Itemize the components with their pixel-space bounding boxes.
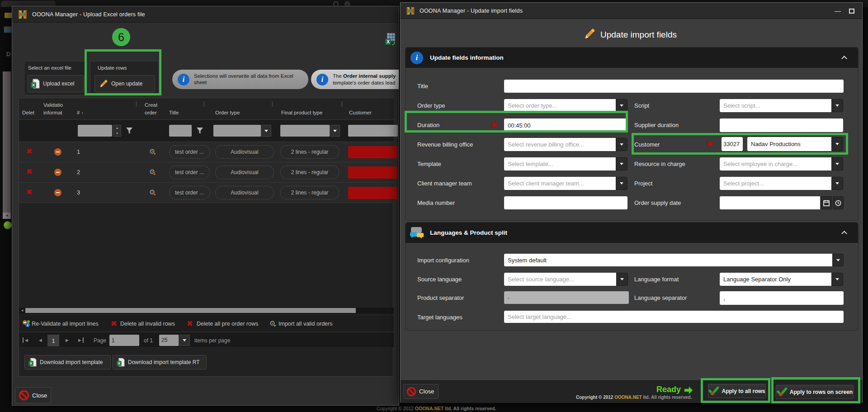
col-order-type[interactable]: Order type (215, 110, 240, 115)
script-select[interactable]: Select script... (720, 99, 831, 112)
source-language-caret[interactable] (616, 273, 628, 286)
next-page-button[interactable]: ► (65, 337, 70, 343)
project-caret[interactable] (831, 177, 843, 190)
collapse-chevron-icon[interactable] (841, 56, 847, 62)
import-configuration-caret[interactable] (832, 254, 844, 266)
collapse-chevron-icon[interactable] (841, 231, 847, 237)
table-row[interactable]: ✖ 2 ⚙ test order ... Audiovisual 2 lines… (19, 162, 394, 183)
cell-customer-invalid[interactable] (348, 166, 398, 179)
download-template-button[interactable]: X Download import template (24, 355, 111, 369)
num-filter-input[interactable] (78, 125, 112, 137)
order-type-filter-caret[interactable] (261, 125, 271, 137)
table-row[interactable]: ✖ 1 ⚙ test order ... Audiovisual 2 lines… (19, 142, 394, 162)
revenue-billing-office-caret[interactable] (616, 138, 627, 151)
time-button[interactable] (833, 196, 844, 209)
col-final-product-type[interactable]: Final product type (281, 110, 322, 115)
first-page-button[interactable]: ◄ (23, 337, 29, 343)
tab-update-rows[interactable]: Update rows Open update (90, 61, 159, 95)
left-close-button[interactable]: Close (15, 387, 51, 403)
title-input[interactable] (504, 80, 844, 93)
supplier-duration-input[interactable] (720, 118, 843, 132)
page-input[interactable] (109, 335, 139, 346)
revalidate-all-button[interactable]: Re-Validate all import lines (32, 321, 99, 327)
col-title-menu-icon[interactable]: ⋮ (201, 101, 207, 107)
customer-id-input[interactable] (722, 137, 743, 151)
col-customer[interactable]: Customer (349, 110, 372, 115)
resource-in-charge-select[interactable]: Select employee in charge... (720, 157, 831, 170)
prev-page-button[interactable]: ◄ (38, 337, 43, 343)
final-product-filter-select[interactable] (280, 125, 330, 137)
section-update-header[interactable]: i Update fields information (406, 47, 858, 68)
delete-preorder-rows-button[interactable]: Delete all pre order rows (197, 321, 258, 327)
media-number-input[interactable] (504, 196, 627, 209)
h-scrollbar-thumb[interactable] (25, 308, 356, 313)
delete-row-icon[interactable]: ✖ (26, 168, 32, 175)
resource-in-charge-caret[interactable] (831, 157, 843, 170)
source-language-select[interactable]: Select source language... (504, 273, 616, 286)
last-page-button[interactable]: ► (77, 337, 84, 343)
col-create-line1[interactable]: Creat (145, 102, 157, 108)
calendar-button[interactable] (821, 196, 832, 209)
upload-excel-button[interactable]: X Upload excel (28, 75, 84, 92)
create-order-icon[interactable]: ⚙ (149, 168, 155, 175)
col-final-product-menu-icon[interactable]: ⋮ (339, 101, 345, 107)
page-size-caret[interactable] (179, 335, 190, 346)
delete-row-icon[interactable]: ✖ (26, 189, 32, 196)
h-scrollbar-left-arrow[interactable]: ◄ (20, 308, 24, 313)
col-delete[interactable]: Delet (22, 110, 34, 115)
import-configuration-select[interactable]: System default (504, 254, 832, 266)
maximize-button[interactable] (847, 7, 856, 15)
section-languages-header[interactable]: Languages & Product split (406, 223, 858, 243)
table-row[interactable]: ✖ 3 ⚙ test order ... Audiovisual 2 lines… (19, 183, 394, 203)
customer-name-caret[interactable] (831, 137, 843, 151)
order-type-filter-select[interactable] (213, 125, 261, 137)
delete-invalid-rows-button[interactable]: Delete all invalid rows (120, 321, 175, 327)
col-num[interactable]: # ↑ (77, 110, 84, 115)
project-select[interactable]: Select project... (720, 177, 831, 190)
export-excel-icon[interactable]: X (385, 33, 396, 45)
create-order-icon[interactable]: ⚙ (149, 189, 155, 195)
num-filter-spinner[interactable]: ▲▼ (113, 125, 121, 137)
revenue-billing-office-select[interactable]: Select revenue billing office... (504, 138, 616, 151)
apply-to-all-rows-button[interactable]: Apply to all rows (708, 384, 766, 398)
order-type-caret[interactable] (616, 99, 627, 112)
col-num-menu-icon[interactable]: ⋮ (133, 101, 139, 107)
download-template-rt-button[interactable]: X Download import template RT (113, 355, 207, 369)
template-select[interactable]: Select template... (504, 157, 616, 170)
create-order-icon[interactable]: ⚙ (149, 148, 155, 155)
language-format-caret[interactable] (831, 273, 843, 286)
col-validation-line1[interactable]: Validatio (43, 102, 63, 108)
right-close-button[interactable]: Close (403, 384, 439, 399)
cell-customer-invalid[interactable] (348, 146, 398, 158)
customer-filter-input[interactable] (348, 125, 398, 137)
col-title[interactable]: Title (169, 110, 179, 115)
minimize-button[interactable]: — (831, 6, 844, 15)
page-size-select[interactable]: 25 (159, 335, 179, 346)
client-manager-team-caret[interactable] (616, 177, 627, 190)
cell-customer-invalid[interactable] (348, 187, 398, 199)
right-window-titlebar[interactable]: OOONA Manager - Update import fields — (401, 3, 862, 19)
language-separator-input[interactable] (720, 291, 844, 305)
delete-row-icon[interactable]: ✖ (26, 148, 32, 155)
script-caret[interactable] (831, 99, 843, 112)
left-window-titlebar[interactable]: OOONA Manager - Upload Excel orders file (12, 6, 399, 23)
current-page-button[interactable]: 1 (47, 335, 59, 346)
tab-select-excel-file[interactable]: Select an excel file X Upload excel (24, 61, 87, 95)
duration-input[interactable] (504, 118, 627, 132)
order-supply-date-input[interactable] (720, 196, 820, 209)
title-filter-funnel-icon[interactable] (196, 127, 203, 134)
h-scrollbar[interactable]: ◄ (19, 308, 394, 314)
final-product-filter-caret[interactable] (330, 125, 340, 137)
template-caret[interactable] (616, 157, 627, 170)
col-order-type-menu-icon[interactable]: ⋮ (269, 101, 275, 107)
order-type-select[interactable]: Select order type... (504, 99, 616, 112)
apply-to-rows-on-screen-button[interactable]: Apply to rows on screen (776, 385, 854, 399)
client-manager-team-select[interactable]: Select client manager team... (504, 177, 616, 190)
open-update-button[interactable]: Open update (94, 75, 155, 92)
customer-name-select[interactable]: Nadav Productions (747, 137, 831, 151)
language-format-select[interactable]: Language Separator Only (720, 273, 831, 286)
title-filter-input[interactable] (169, 125, 192, 137)
target-languages-input[interactable] (504, 311, 844, 323)
num-filter-funnel-icon[interactable] (126, 127, 133, 134)
import-valid-orders-button[interactable]: Import all valid orders (278, 321, 333, 327)
